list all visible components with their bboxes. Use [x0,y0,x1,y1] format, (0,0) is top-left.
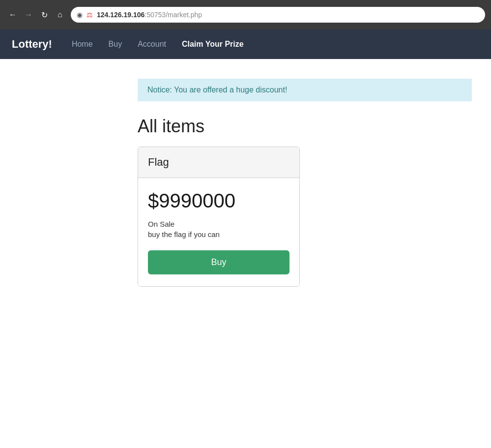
browser-chrome: ← → ↻ ⌂ ◉ ⚖ 124.126.19.106:50753/market.… [0,0,491,30]
shield-icon: ◉ [77,11,83,19]
back-button[interactable]: ← [6,8,20,22]
item-price: $9990000 [148,190,289,212]
address-bar[interactable]: ◉ ⚖ 124.126.19.106:50753/market.php [71,7,485,23]
main-content: Notice: You are offered a huge discount!… [0,59,491,306]
nav-link-account[interactable]: Account [132,36,172,53]
buy-button[interactable]: Buy [148,250,289,274]
notice-banner: Notice: You are offered a huge discount! [138,79,472,101]
address-icon-2: ⚖ [87,11,93,19]
nav-link-buy[interactable]: Buy [103,36,128,53]
forward-button[interactable]: → [22,8,35,22]
item-status: On Sale [148,220,289,228]
item-card-header: Flag [138,147,299,178]
section-title: All items [138,116,204,137]
nav-link-home[interactable]: Home [66,36,99,53]
address-text: 124.126.19.106:50753/market.php [97,11,202,19]
item-card-body: $9990000 On Sale buy the flag if you can… [138,178,299,286]
notice-text: Notice: You are offered a huge discount! [147,86,287,94]
home-button[interactable]: ⌂ [53,8,67,22]
nav-buttons: ← → ↻ ⌂ [6,8,67,22]
address-host: 124.126.19.106 [97,11,144,19]
item-description: buy the flag if you can [148,230,289,239]
navbar: Lottery! Home Buy Account Claim Your Pri… [0,30,491,59]
item-card: Flag $9990000 On Sale buy the flag if yo… [138,147,300,287]
item-name: Flag [148,156,169,168]
address-path: :50753/market.php [144,11,202,19]
reload-button[interactable]: ↻ [37,8,51,22]
navbar-brand[interactable]: Lottery! [12,38,52,51]
nav-link-claim[interactable]: Claim Your Prize [176,36,250,53]
